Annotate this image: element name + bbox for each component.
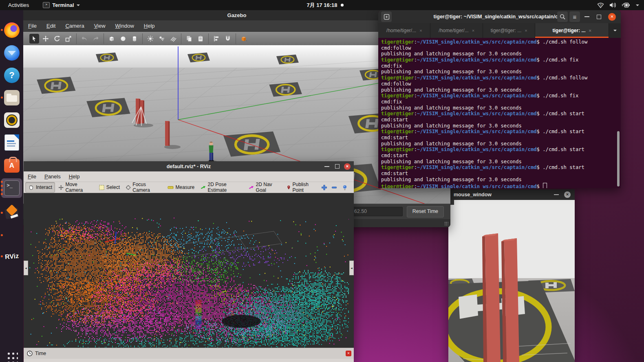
gazebo-tool-box[interactable]: [107, 34, 117, 44]
rviz-tool-select[interactable]: Select: [96, 182, 122, 192]
gazebo-menu-view[interactable]: View: [89, 23, 110, 29]
rviz-tool-2d-nav-goal[interactable]: 2D Nav Goal: [246, 182, 283, 192]
dock-item-libreoffice-writer[interactable]: [3, 134, 20, 151]
rviz-tool-properties-button[interactable]: [342, 184, 348, 191]
gazebo-tool-select-arrow[interactable]: [29, 34, 39, 44]
rviz-tool-publish-point[interactable]: Publish Point: [284, 182, 320, 192]
new-tab-button[interactable]: [381, 11, 392, 22]
terminal-tab-4[interactable]: tiger@tiger: ...×: [535, 23, 609, 38]
fps-value-field[interactable]: 62.50: [351, 207, 403, 216]
terminal-tab-1[interactable]: /home/tiger/...×: [378, 23, 430, 38]
terminal-tab-2[interactable]: /home/tiger/...×: [430, 23, 483, 38]
rviz-3d-view[interactable]: ◂ ◂: [24, 193, 354, 348]
tab-list-dropdown[interactable]: [609, 23, 621, 38]
time-panel-header[interactable]: Time ×: [24, 348, 354, 359]
gazebo-tool-scale[interactable]: [64, 34, 73, 44]
minimize-icon[interactable]: [584, 16, 589, 17]
time-panel-close-icon[interactable]: ×: [346, 351, 351, 356]
gazebo-menu-edit[interactable]: Edit: [42, 23, 60, 29]
gazebo-tool-redo[interactable]: [91, 34, 101, 44]
close-icon[interactable]: ×: [344, 163, 351, 170]
minimize-icon[interactable]: [324, 166, 329, 167]
terminal-line: tiger@tiger:~/VISIM_single/catkin_ws/src…: [381, 147, 621, 153]
gazebo-tool-align[interactable]: [212, 34, 221, 44]
terminal-titlebar[interactable]: tiger@tiger: ~/VISIM_single/catkin_ws/sr…: [378, 10, 621, 23]
maximize-icon[interactable]: [335, 164, 340, 169]
gazebo-tool-translate[interactable]: [41, 34, 51, 44]
tool-label: Interact: [36, 184, 52, 190]
dock-item-help[interactable]: ?: [3, 67, 20, 84]
terminal-line: cmd:fix: [381, 63, 621, 69]
tab-close-icon[interactable]: ×: [589, 28, 591, 33]
translate-icon: [42, 35, 49, 42]
gazebo-tool-sphere[interactable]: [118, 34, 128, 44]
terminal-scrollbar[interactable]: [617, 131, 620, 186]
terminal-tab-3[interactable]: tiger@tiger: ...×: [483, 23, 535, 38]
point-cloud-canvas[interactable]: [29, 193, 349, 347]
green-arrow-icon: [200, 184, 206, 191]
dock-item-ubuntu-software[interactable]: A: [3, 156, 20, 173]
rviz-tool-2d-pose-estimate[interactable]: 2D Pose Estimate: [198, 182, 245, 192]
gazebo-tool-point-light[interactable]: [146, 34, 155, 44]
minimize-icon[interactable]: [554, 194, 559, 195]
notification-dot: [341, 4, 344, 7]
rviz-tool-interact[interactable]: Interact: [25, 182, 55, 193]
gazebo-menu-help[interactable]: Help: [139, 23, 160, 29]
close-icon[interactable]: ×: [608, 13, 616, 21]
gazebo-tool-snap[interactable]: [223, 34, 233, 44]
add-tool-icon: [321, 184, 327, 191]
displays-panel-collapse-arrow[interactable]: ◂: [24, 261, 28, 275]
rviz-menu-file[interactable]: File: [24, 173, 40, 180]
reset-time-button[interactable]: Reset Time: [407, 206, 444, 217]
gazebo-menu-camera[interactable]: Camera: [60, 23, 89, 29]
terminal-line: tiger@tiger:~/VISIM_single/catkin_ws/src…: [381, 75, 621, 81]
rviz-tool-measure[interactable]: Measure: [165, 182, 197, 192]
rviz-menu-panels[interactable]: Panels: [40, 173, 65, 180]
gazebo-menu-file[interactable]: File: [23, 23, 42, 29]
terminal-line: tiger@tiger:~/VISIM_single/catkin_ws/src…: [381, 93, 621, 99]
tab-close-icon[interactable]: ×: [472, 28, 474, 33]
scale-icon: [65, 35, 72, 42]
dock-item-hidden-app[interactable]: [3, 227, 20, 244]
dock-item-gazebo[interactable]: [3, 204, 20, 222]
gazebo-tool-directional-light[interactable]: [168, 34, 178, 44]
mouse-window-viewport[interactable]: [448, 200, 575, 362]
gazebo-tool-rotate[interactable]: [52, 34, 62, 44]
gazebo-tool-undo[interactable]: [79, 34, 89, 44]
rviz-icon: RViz: [4, 252, 19, 261]
gazebo-tool-copy[interactable]: [184, 34, 194, 44]
mouse-window-titlebar[interactable]: mouse_window ×: [448, 189, 575, 200]
gazebo-tool-view-angle[interactable]: [239, 34, 249, 44]
search-button[interactable]: [557, 11, 568, 22]
tab-close-icon[interactable]: ×: [419, 28, 422, 33]
dock-item-firefox[interactable]: [3, 22, 20, 39]
tab-close-icon[interactable]: ×: [525, 28, 527, 33]
menu-button[interactable]: ≡: [569, 11, 580, 22]
dock-item-files[interactable]: [3, 89, 20, 106]
point-light-icon: [147, 35, 154, 42]
running-indicator-dot: [1, 29, 3, 31]
dock-item-rhythmbox[interactable]: [3, 112, 20, 129]
dock-item-show-applications[interactable]: [3, 348, 20, 362]
sphere-icon: [120, 35, 126, 42]
rviz-tool-focus-camera[interactable]: Focus Camera: [123, 182, 164, 192]
terminal-content[interactable]: tiger@tiger:~/VISIM_single/catkin_ws/src…: [378, 38, 621, 188]
dock-item-terminal[interactable]: >_: [1, 178, 22, 198]
views-panel-collapse-arrow[interactable]: ◂: [349, 261, 354, 275]
gazebo-tool-paste[interactable]: [196, 34, 205, 44]
resize-grip[interactable]: [444, 222, 448, 226]
rviz-titlebar[interactable]: default.rviz* - RViz ×: [24, 161, 354, 171]
maximize-icon[interactable]: [597, 15, 601, 19]
dock-item-rviz[interactable]: RViz: [3, 248, 20, 265]
dock-item-thunderbird[interactable]: [3, 44, 20, 61]
gazebo-tool-cylinder[interactable]: [130, 34, 139, 44]
rviz-remove-tool-button[interactable]: [331, 184, 337, 191]
clock[interactable]: 7月 17 16:18: [0, 2, 644, 9]
terminal-line: publishing and latching message for 3.0 …: [381, 51, 621, 57]
gazebo-tool-spot-light[interactable]: [157, 34, 167, 44]
gazebo-menu-window[interactable]: Window: [110, 23, 139, 29]
close-icon[interactable]: ×: [564, 191, 571, 198]
rviz-tool-move-camera[interactable]: Move Camera: [56, 182, 95, 192]
rviz-menu-help[interactable]: Help: [65, 173, 84, 180]
rviz-add-tool-button[interactable]: [321, 184, 327, 191]
